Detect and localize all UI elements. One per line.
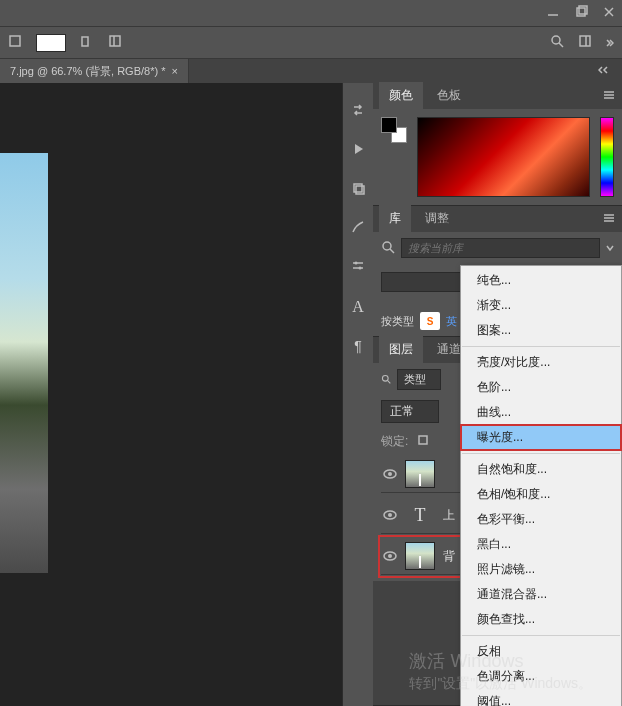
workspace-icon[interactable] bbox=[578, 34, 592, 51]
panel-toggle-icon[interactable] bbox=[108, 34, 122, 51]
paragraph-icon[interactable]: ¶ bbox=[354, 338, 362, 354]
tool-options-icon[interactable] bbox=[80, 34, 94, 51]
close-button[interactable] bbox=[602, 5, 616, 22]
swap-icon[interactable] bbox=[351, 103, 365, 120]
menu-item[interactable]: 反相 bbox=[461, 639, 621, 664]
menu-item[interactable]: 阈值... bbox=[461, 689, 621, 706]
svg-point-31 bbox=[382, 375, 388, 381]
library-search-input[interactable] bbox=[401, 238, 600, 258]
visibility-eye-icon[interactable] bbox=[383, 551, 397, 561]
tab-adjustments[interactable]: 调整 bbox=[415, 205, 459, 234]
home-icon[interactable] bbox=[8, 34, 22, 51]
type-icon[interactable]: A bbox=[352, 298, 364, 316]
svg-point-9 bbox=[552, 36, 560, 44]
adjustment-layer-menu: 纯色...渐变...图案...亮度/对比度...色阶...曲线...曝光度...… bbox=[460, 265, 622, 706]
canvas[interactable] bbox=[0, 83, 342, 706]
menu-item[interactable]: 通道混合器... bbox=[461, 582, 621, 607]
svg-rect-14 bbox=[354, 184, 362, 192]
svg-point-39 bbox=[388, 554, 392, 558]
svg-rect-7 bbox=[110, 36, 120, 46]
collapsed-panel-strip: A ¶ bbox=[343, 83, 373, 706]
minimize-button[interactable] bbox=[546, 5, 560, 22]
svg-rect-2 bbox=[579, 6, 587, 14]
brush-icon[interactable] bbox=[351, 220, 365, 237]
menu-item[interactable]: 曝光度... bbox=[461, 425, 621, 450]
panel-menu-icon[interactable] bbox=[602, 89, 616, 103]
blend-mode-select[interactable]: 正常 bbox=[381, 400, 439, 423]
visibility-eye-icon[interactable] bbox=[383, 469, 397, 479]
layer-label: 背 bbox=[443, 548, 455, 565]
layer-thumb bbox=[405, 460, 435, 488]
svg-rect-5 bbox=[10, 36, 20, 46]
dropdown-icon[interactable] bbox=[606, 241, 614, 255]
fg-bg-swatch[interactable] bbox=[381, 117, 407, 143]
svg-point-26 bbox=[383, 242, 391, 250]
menu-item[interactable]: 色彩平衡... bbox=[461, 507, 621, 532]
ime-indicator: S bbox=[420, 312, 440, 330]
search-icon bbox=[381, 240, 395, 257]
collapse-icon[interactable] bbox=[606, 36, 614, 50]
menu-item[interactable]: 照片滤镜... bbox=[461, 557, 621, 582]
tab-layers[interactable]: 图层 bbox=[379, 336, 423, 365]
panel-collapse-icon[interactable] bbox=[598, 64, 616, 78]
hue-strip[interactable] bbox=[600, 117, 614, 197]
tab-swatches[interactable]: 色板 bbox=[427, 82, 471, 111]
svg-rect-1 bbox=[577, 8, 585, 16]
svg-point-35 bbox=[388, 472, 392, 476]
search-icon[interactable] bbox=[550, 34, 564, 51]
tab-library[interactable]: 库 bbox=[379, 205, 411, 234]
type-layer-thumb: T bbox=[405, 501, 435, 529]
svg-rect-11 bbox=[580, 36, 590, 46]
svg-line-27 bbox=[390, 249, 394, 253]
ime-text: 英 bbox=[446, 314, 457, 329]
color-panel: 颜色 色板 bbox=[373, 83, 622, 206]
search-icon bbox=[381, 374, 391, 386]
tab-color[interactable]: 颜色 bbox=[379, 82, 423, 111]
svg-rect-33 bbox=[419, 436, 427, 444]
svg-point-37 bbox=[388, 513, 392, 517]
menu-item[interactable]: 渐变... bbox=[461, 293, 621, 318]
crop-icon[interactable] bbox=[351, 181, 365, 198]
svg-rect-6 bbox=[82, 37, 88, 46]
sliders-icon[interactable] bbox=[351, 259, 365, 276]
close-tab-icon[interactable]: × bbox=[171, 65, 177, 77]
lock-label: 锁定: bbox=[381, 433, 408, 450]
menu-item[interactable]: 黑白... bbox=[461, 532, 621, 557]
svg-marker-13 bbox=[355, 144, 363, 154]
menu-item[interactable]: 自然饱和度... bbox=[461, 457, 621, 482]
menu-item[interactable]: 色相/饱和度... bbox=[461, 482, 621, 507]
menu-item[interactable]: 纯色... bbox=[461, 268, 621, 293]
maximize-button[interactable] bbox=[574, 5, 588, 22]
document-tab-label: 7.jpg @ 66.7% (背景, RGB/8*) * bbox=[10, 64, 165, 79]
svg-line-10 bbox=[559, 43, 563, 47]
menu-item[interactable]: 亮度/对比度... bbox=[461, 350, 621, 375]
filter-label: 按类型 bbox=[381, 314, 414, 329]
layer-kind-select[interactable]: 类型 bbox=[397, 369, 441, 390]
menu-item[interactable]: 图案... bbox=[461, 318, 621, 343]
visibility-eye-icon[interactable] bbox=[383, 510, 397, 520]
layer-label: 上 bbox=[443, 507, 455, 524]
svg-line-32 bbox=[387, 380, 390, 383]
foreground-swatch[interactable] bbox=[36, 34, 66, 52]
document-tabbar: 7.jpg @ 66.7% (背景, RGB/8*) * × bbox=[0, 59, 622, 83]
panel-menu-icon[interactable] bbox=[602, 212, 616, 226]
options-bar bbox=[0, 26, 622, 59]
svg-point-18 bbox=[355, 262, 358, 265]
menu-item[interactable]: 曲线... bbox=[461, 400, 621, 425]
document-tab[interactable]: 7.jpg @ 66.7% (背景, RGB/8*) * × bbox=[0, 59, 189, 83]
window-titlebar bbox=[0, 0, 622, 26]
play-icon[interactable] bbox=[351, 142, 365, 159]
color-ramp[interactable] bbox=[417, 117, 590, 197]
menu-item[interactable]: 颜色查找... bbox=[461, 607, 621, 632]
menu-item[interactable]: 色阶... bbox=[461, 375, 621, 400]
document-image bbox=[0, 153, 48, 573]
svg-rect-15 bbox=[356, 186, 364, 194]
lock-pixels-icon[interactable] bbox=[416, 433, 430, 450]
layer-thumb bbox=[405, 542, 435, 570]
svg-point-19 bbox=[359, 267, 362, 270]
menu-item[interactable]: 色调分离... bbox=[461, 664, 621, 689]
